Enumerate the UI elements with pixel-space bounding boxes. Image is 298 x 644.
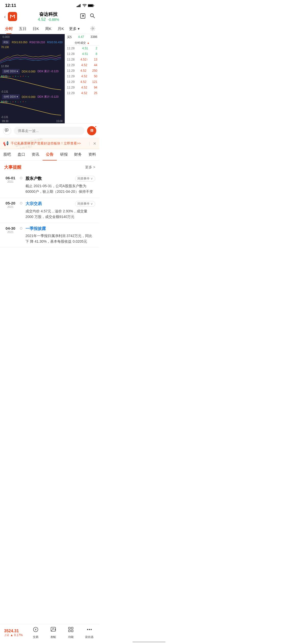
- battery-icon: [88, 4, 94, 7]
- rsi-val1: RSI1:63.050: [12, 41, 27, 44]
- svg-rect-21: [18, 76, 18, 77]
- banner-text: 千亿私募景林资产觉看好这些板块！立即查看>>: [11, 141, 86, 146]
- nav-tab-公告[interactable]: 公告: [43, 149, 57, 160]
- svg-rect-35: [18, 102, 18, 102]
- status-icons: [77, 4, 94, 7]
- stock-price: 4.52: [38, 17, 46, 22]
- header-left: ‹: [4, 12, 17, 21]
- tx-time: 11:29: [67, 91, 75, 95]
- status-time: 12:11: [5, 3, 16, 8]
- ddx1-val: DDX:0.000: [22, 70, 35, 73]
- promotion-banner[interactable]: 📢 千亿私募景林资产觉看好这些板块！立即查看>> 奋达科技股吧(奋达科技千股千帖…: [0, 138, 99, 149]
- list-item[interactable]: 05-20 2021 大宗交易 同类事件 ∨ 成交均价 4.57元，溢价 2.9…: [0, 198, 99, 223]
- events-list: 06-01 2021 股东户数 同类事件 ∨ 截止 2021-05-31，公司A…: [0, 173, 99, 247]
- event-date: 05-20 2021: [4, 201, 17, 220]
- event-type-btn[interactable]: 同类事件 ∨: [75, 176, 95, 182]
- svg-point-4: [84, 6, 85, 7]
- ddx1-row: 分时 DDX ▾ DDX:0.000 DDX 累计:-0.123: [0, 68, 65, 75]
- tx-price: 4.52↑: [80, 58, 88, 61]
- tx-price: 4.52: [81, 86, 87, 89]
- comment-input[interactable]: [14, 127, 85, 135]
- svg-rect-38: [25, 101, 26, 102]
- buy5-label: 买5: [67, 35, 72, 39]
- event-dot: [20, 202, 22, 204]
- chart-orderbook-container: 0.000 RSI RSI1:63.050 RSI2:59.210 RSI3:5…: [0, 34, 99, 124]
- event-title[interactable]: 一季报披露: [25, 226, 46, 231]
- tab-分时[interactable]: 分时: [2, 24, 16, 34]
- sort-icon[interactable]: ▲: [87, 41, 89, 44]
- svg-rect-26: [1, 101, 2, 103]
- tx-vol: 2: [96, 47, 97, 50]
- banner-close-button[interactable]: ✕: [93, 141, 96, 146]
- app-logo[interactable]: [8, 12, 17, 21]
- event-dot: [20, 227, 22, 230]
- stock-change: -0.88%: [48, 18, 59, 22]
- tx-time: 11:29: [67, 75, 75, 78]
- rsi-label[interactable]: RSI: [2, 40, 10, 44]
- nav-tab-研报[interactable]: 研报: [57, 149, 71, 160]
- svg-rect-37: [23, 101, 23, 102]
- events-more-button[interactable]: 更多 >: [85, 165, 95, 170]
- svg-rect-17: [9, 76, 9, 77]
- svg-rect-20: [15, 76, 16, 77]
- tx-price: 4.52: [81, 75, 87, 78]
- settings-button[interactable]: [88, 24, 97, 34]
- back-button[interactable]: ‹: [4, 14, 6, 20]
- ddx2-cumval: DDX 累计:-0.123: [37, 95, 59, 99]
- comment-icon-button[interactable]: [3, 127, 11, 135]
- event-title-row: 股东户数 同类事件 ∨: [25, 176, 95, 182]
- ddx2-val: DDX:0.000: [22, 95, 35, 98]
- event-date-year: 2021: [4, 205, 17, 208]
- banner-separator: |: [89, 141, 90, 145]
- stock-name: 奋达科技: [38, 11, 59, 17]
- ddx1-cumval: DDX 累计:-0.123: [37, 69, 59, 73]
- ddx2-selector[interactable]: 分时 DDX ▾: [2, 94, 20, 99]
- tab-周K[interactable]: 周K: [42, 24, 55, 34]
- table-row: 11:29 4.52 50: [65, 74, 99, 79]
- event-description: 成交均价 4.57元，溢价 2.93%，成交量 2000 万股，成交金额9140…: [25, 208, 95, 220]
- svg-rect-2: [79, 5, 79, 7]
- svg-rect-34: [15, 101, 16, 102]
- svg-point-9: [90, 14, 93, 17]
- danmu-button[interactable]: 弹: [87, 126, 96, 135]
- tab-日K[interactable]: 日K: [30, 24, 42, 34]
- nav-tab-资料[interactable]: 资料: [85, 149, 99, 160]
- rsi-chart: 70.130 12.350: [0, 45, 65, 68]
- tx-vol: 13: [94, 58, 97, 61]
- time-end: 15:00: [56, 120, 63, 123]
- app-header: ‹ 奋达科技 4.52 -0.88%: [0, 10, 99, 24]
- svg-rect-15: [6, 76, 7, 77]
- nav-tab-财务[interactable]: 财务: [71, 149, 85, 160]
- time-axis: 09:30 15:00: [0, 119, 65, 123]
- svg-rect-1: [78, 6, 78, 7]
- tx-price: 4.52: [81, 63, 87, 67]
- tx-vol: 250: [92, 69, 97, 72]
- buy5-price: 4.47: [78, 35, 84, 39]
- ddx1-selector[interactable]: 分时 DDX ▾: [2, 69, 20, 74]
- tab-月K[interactable]: 月K: [55, 24, 67, 34]
- svg-rect-32: [10, 102, 11, 102]
- event-type-btn[interactable]: 同类事件 ∨: [75, 201, 95, 207]
- price-scale-top: 0.000: [2, 35, 11, 39]
- nav-tab-资讯[interactable]: 资讯: [28, 149, 43, 160]
- svg-rect-36: [20, 101, 21, 102]
- list-item[interactable]: 04-30 2021 一季报披露 2021年一季报归属净利润 3742万元，同比…: [0, 223, 99, 248]
- wifi-icon: [83, 4, 87, 7]
- event-content: 一季报披露 2021年一季报归属净利润 3742万元，同比下 降 41.30%，…: [25, 226, 95, 244]
- tx-vol: 44: [94, 63, 97, 67]
- tab-五日[interactable]: 五日: [16, 24, 30, 34]
- tab-more[interactable]: 更多 ▾: [67, 24, 82, 34]
- table-row: 11:28 4.52↑ 13: [65, 57, 99, 62]
- nav-tab-盘口[interactable]: 盘口: [14, 149, 29, 160]
- search-button[interactable]: [90, 13, 95, 20]
- table-row: 11:28 4.51 2: [65, 46, 99, 51]
- transaction-label: 分时成交: [75, 41, 86, 45]
- list-item[interactable]: 06-01 2021 股东户数 同类事件 ∨ 截止 2021-05-31，公司A…: [0, 173, 99, 198]
- nav-tab-股吧[interactable]: 股吧: [0, 149, 14, 160]
- event-description: 截止 2021-05-31，公司A股股东户数为 60000户，较上期（2021-…: [25, 183, 95, 195]
- rsi-low: 12.350: [1, 65, 9, 68]
- event-date: 06-01 2021: [4, 176, 17, 195]
- event-title[interactable]: 股东户数: [25, 176, 42, 181]
- event-title[interactable]: 大宗交易: [25, 201, 42, 207]
- share-button[interactable]: [80, 13, 86, 20]
